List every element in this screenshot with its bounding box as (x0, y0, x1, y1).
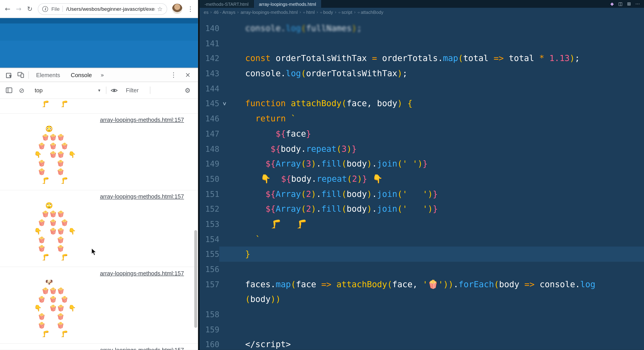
breadcrumb-item[interactable]: 46 - Arrays (214, 9, 236, 14)
line-number[interactable]: 158 (200, 307, 219, 322)
code-line[interactable]: 157faces.map(face => attachBody(face, '🍿… (200, 277, 644, 292)
line-number[interactable]: 143 (200, 66, 219, 81)
code-line[interactable]: 146 return ` (200, 111, 644, 126)
line-number[interactable]: 142 (200, 51, 219, 66)
line-number[interactable] (200, 292, 219, 307)
gem-icon[interactable]: ◆ (610, 1, 614, 7)
editor-code[interactable]: 140console.log(fullNames);141142const or… (200, 16, 644, 350)
forward-button[interactable]: → (14, 5, 24, 13)
breadcrumb-item[interactable]: ‹›body (320, 9, 333, 14)
code-line[interactable]: 149 ${Array(3).fill(body).join(' ')} (200, 157, 644, 172)
filter-input[interactable] (126, 87, 148, 93)
context-selector[interactable]: top ▾ (31, 85, 104, 96)
console-source-link[interactable]: array-loopings-methods.html:157 (100, 116, 184, 123)
reload-button[interactable]: ↻ (24, 5, 35, 13)
line-number[interactable]: 154 (200, 232, 219, 246)
code-line[interactable]: 155} (200, 247, 644, 262)
devtools-close-button[interactable]: × (181, 71, 195, 79)
code-line[interactable]: (body)) (200, 292, 644, 307)
more-actions-icon[interactable]: ⋯ (636, 1, 640, 7)
line-number[interactable]: 153 (200, 217, 219, 232)
editor-tab[interactable]: -methods-START.html (200, 0, 254, 8)
code-line[interactable]: 144 (200, 81, 644, 96)
info-icon[interactable]: i (42, 6, 48, 12)
breadcrumb-item[interactable]: ‹›attachBody (357, 9, 383, 14)
code-line[interactable]: 143console.log(orderTotalsWithTax); (200, 66, 644, 81)
line-number[interactable]: 160 (200, 337, 219, 350)
code-line[interactable]: 148 ${body.repeat(3)} (200, 141, 644, 156)
webpage-content (0, 18, 198, 68)
code-line[interactable]: 156 (200, 262, 644, 277)
breadcrumb-item[interactable]: es (204, 9, 208, 14)
code-text: console.log(orderTotalsWithTax); (230, 66, 644, 81)
more-tabs-button[interactable]: » (97, 71, 108, 78)
code-text: ${Array(2).fill(body).join(' ')} (230, 186, 644, 201)
back-button[interactable]: ← (2, 5, 13, 13)
breadcrumb-label: es (204, 9, 208, 14)
console-source-link[interactable]: array-loopings-methods.html:157 (100, 347, 184, 350)
bookmark-star-icon[interactable]: ☆ (157, 5, 163, 12)
chevron-right-icon: › (316, 9, 318, 15)
line-number[interactable]: 148 (200, 141, 219, 156)
device-toolbar-icon[interactable] (15, 69, 26, 80)
code-text: (body)) (230, 292, 644, 307)
code-line[interactable]: 145>function attachBody(face, body) { (200, 96, 644, 111)
line-number[interactable]: 140 (200, 21, 219, 36)
tab-elements[interactable]: Elements (31, 68, 66, 82)
code-text: ${Array(2).fill(body).join(' ')} (230, 202, 644, 217)
code-line[interactable]: 142const orderTotalsWithTax = orderTotal… (200, 51, 644, 66)
code-line[interactable]: 140console.log(fullNames); (200, 21, 644, 36)
line-number[interactable]: 146 (200, 111, 219, 126)
fold-chevron-icon[interactable]: > (221, 102, 228, 105)
code-line[interactable]: 151 ${Array(2).fill(body).join(' ')} (200, 186, 644, 201)
symbol-icon: ‹› (303, 10, 305, 14)
line-number[interactable]: 141 (200, 36, 219, 51)
gutter-fold (219, 111, 230, 126)
gutter-fold (219, 217, 230, 232)
divider (62, 6, 63, 12)
console-sidebar-toggle-icon[interactable] (3, 84, 15, 96)
live-expression-eye-icon[interactable] (108, 84, 120, 96)
line-number[interactable]: 144 (200, 81, 219, 96)
line-number[interactable]: 145 (200, 96, 219, 111)
code-line[interactable]: 147 ${face} (200, 126, 644, 141)
devtools-menu-button[interactable]: ⋮ (166, 71, 181, 79)
code-line[interactable]: 158 (200, 307, 644, 322)
console-source-link[interactable]: array-loopings-methods.html:157 (100, 193, 184, 200)
browser-menu-button[interactable]: ⋮ (185, 5, 196, 13)
line-number[interactable]: 159 (200, 322, 219, 337)
profile-avatar[interactable] (172, 4, 182, 14)
address-bar[interactable]: i File /Users/wesbos/beginner-javascript… (38, 3, 167, 14)
line-number[interactable]: 155 (200, 247, 219, 262)
code-line[interactable]: 153 🦵 🦵 (200, 217, 644, 232)
console-scrollbar[interactable] (194, 230, 197, 328)
clear-console-button[interactable]: ⊘ (15, 86, 28, 94)
chevron-right-icon: › (354, 9, 356, 15)
split-editor-icon[interactable]: ◫ (618, 1, 622, 7)
breadcrumb-item[interactable]: array-loopings-methods.html (240, 9, 298, 14)
line-number[interactable]: 151 (200, 186, 219, 201)
tab-console[interactable]: Console (66, 68, 97, 82)
divider (150, 86, 150, 94)
code-line[interactable]: 152 ${Array(2).fill(body).join(' ')} (200, 202, 644, 217)
editor-tab[interactable]: array-loopings-methods.html (254, 0, 322, 8)
breadcrumb-item[interactable]: ‹›script (338, 9, 352, 14)
code-line[interactable]: 159 (200, 322, 644, 337)
code-line[interactable]: 150 👇 ${body.repeat(2)} 👇 (200, 172, 644, 186)
layout-icon[interactable]: ⊞ (627, 1, 631, 7)
line-number[interactable]: 152 (200, 202, 219, 217)
code-line[interactable]: 154 ` (200, 232, 644, 246)
gutter-fold (219, 172, 230, 186)
editor-tabbar-tabs: -methods-START.htmlarray-loopings-method… (200, 0, 606, 8)
line-number[interactable]: 157 (200, 277, 219, 292)
line-number[interactable]: 149 (200, 157, 219, 172)
inspect-element-icon[interactable] (3, 69, 15, 80)
console-settings-gear-icon[interactable]: ⚙ (180, 86, 195, 94)
line-number[interactable]: 156 (200, 262, 219, 277)
code-line[interactable]: 141 (200, 36, 644, 51)
line-number[interactable]: 147 (200, 126, 219, 141)
line-number[interactable]: 150 (200, 172, 219, 186)
console-source-link[interactable]: array-loopings-methods.html:157 (100, 270, 184, 276)
breadcrumb-item[interactable]: ‹›html (303, 9, 315, 14)
code-line[interactable]: 160</script> (200, 337, 644, 350)
